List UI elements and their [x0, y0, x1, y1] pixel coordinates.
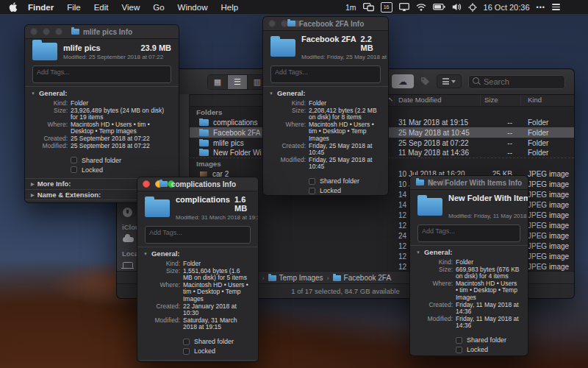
icloud-drive-icon [123, 237, 134, 242]
add-tags-input[interactable] [32, 66, 171, 83]
group-by-dropdown[interactable] [437, 74, 462, 88]
list-view-button[interactable]: ☰ [228, 75, 248, 89]
size-value: 23,926,489 bytes (24 MB on disk) for 19 … [71, 107, 171, 121]
folder-icon [145, 199, 170, 217]
locked-checkbox[interactable] [183, 348, 190, 355]
displays-icon[interactable] [363, 2, 374, 13]
menu-item[interactable]: Help [220, 3, 238, 12]
modified-value: Saturday, 31 March 2018 at 19:15 [183, 317, 251, 331]
add-tags-input[interactable] [145, 226, 251, 244]
item-name: New Folder With Items [448, 194, 528, 202]
path-crumb-facebook-2fa[interactable]: Facebook 2FA [333, 274, 391, 282]
created-value: Friday, 25 May 2018 at 10:45 [309, 143, 381, 157]
close-button[interactable] [143, 180, 150, 188]
disclosure-triangle-icon: ▶ [31, 181, 35, 186]
column-header-date-modified[interactable]: Date Modified [398, 96, 442, 104]
column-header-size[interactable]: Size [484, 96, 498, 104]
battery-icon[interactable] [433, 2, 445, 13]
tag-icon[interactable] [420, 77, 430, 86]
shared-folder-checkbox[interactable] [71, 157, 77, 163]
menu-bar: FinderFileEditViewGoWindowHelp 1m 16 16 … [0, 0, 588, 14]
zoom-button[interactable] [168, 180, 175, 188]
add-tags-input[interactable] [417, 224, 520, 242]
calendar-icon[interactable]: 16 [381, 2, 392, 13]
add-tags-input[interactable] [270, 66, 381, 83]
disclosure-triangle-icon: ▶ [31, 202, 35, 203]
menu-item[interactable]: View [122, 3, 140, 12]
locked-checkbox[interactable] [309, 188, 315, 194]
info-header: complications 1.6 MB Modified: 31 March … [137, 191, 258, 223]
created-value: 22 January 2018 at 10:30 [183, 303, 251, 317]
modified-line: Modified: 25 September 2018 at 07:22 [63, 54, 171, 60]
icon-view-button[interactable]: ▦ [208, 75, 228, 89]
zoom-button[interactable] [55, 28, 62, 35]
item-name: complications [176, 195, 230, 204]
menu-item[interactable]: Window [178, 3, 208, 12]
minimize-button[interactable] [155, 180, 162, 188]
section-more-info[interactable]: ▶More Info: [137, 360, 258, 362]
file-icon [199, 130, 209, 136]
location-crosshair-icon[interactable] [468, 2, 477, 13]
size-value: 669,983 bytes (676 KB on disk) for 4 ite… [456, 266, 520, 280]
info-header: mlife pics 23.9 MB Modified: 25 Septembe… [25, 39, 179, 63]
shared-folder-checkbox[interactable] [456, 337, 462, 344]
general-section-header[interactable]: ▼ General: [263, 86, 388, 99]
size-value: 1,551,604 bytes (1.6 MB on disk) for 5 i… [183, 268, 251, 282]
minimize-button[interactable] [281, 20, 288, 27]
info-title-bar[interactable]: New Folder With Items Info [410, 176, 528, 190]
menu-item[interactable]: File [67, 3, 81, 12]
general-section-header[interactable]: ▼ General: [410, 245, 528, 258]
modified-line: Modified: Friday, 11 May 2018 at 14:36 [448, 213, 520, 219]
status-text: 1m [345, 3, 356, 12]
where-value: Macintosh HD • Users • tim • Desktop • T… [456, 280, 520, 302]
info-title-bar[interactable]: complications Info [137, 177, 258, 191]
share-button[interactable]: ☁ [392, 74, 414, 88]
wifi-icon[interactable] [416, 2, 426, 13]
chevron-down-icon [451, 80, 456, 83]
folder-icon [270, 39, 295, 57]
zoom-button[interactable] [293, 20, 301, 27]
airplay-display-icon[interactable] [399, 2, 409, 13]
modified-value: 25 September 2018 at 07:22 [71, 143, 171, 150]
locked-checkbox[interactable] [71, 166, 77, 173]
apple-menu-icon[interactable] [9, 2, 18, 12]
general-info: Kind:Folder Size:1,551,604 bytes (1.6 MB… [137, 260, 258, 333]
file-icon [199, 119, 209, 126]
folder-icon [333, 275, 341, 281]
info-header: Facebook 2FA 2.2 MB Modified: Friday, 25… [263, 31, 388, 63]
shared-folder-checkbox[interactable] [183, 339, 190, 345]
search-input[interactable] [468, 75, 565, 89]
minimize-button[interactable] [43, 28, 50, 35]
locked-checkbox[interactable] [456, 347, 462, 353]
item-name: mlife pics [63, 43, 101, 52]
menu-item[interactable]: Go [153, 3, 164, 12]
disclosure-triangle-icon: ▼ [269, 91, 273, 96]
close-button[interactable] [268, 20, 276, 27]
window-title: mlife pics Info [83, 28, 132, 36]
general-section-header[interactable]: ▼ General: [137, 247, 258, 260]
minimize-button[interactable] [428, 179, 435, 186]
general-info: Kind:Folder Size:669,983 bytes (676 KB o… [410, 258, 528, 331]
general-section-header[interactable]: ▼ General: [25, 86, 179, 99]
item-name: Facebook 2FA [301, 35, 356, 43]
info-title-bar[interactable]: Facebook 2FA Info [263, 17, 388, 31]
file-icon [199, 140, 209, 146]
notification-center-icon[interactable] [552, 4, 560, 10]
menu-bar-clock[interactable]: 16 Oct 20:36 [484, 3, 530, 12]
close-button[interactable] [415, 179, 423, 186]
path-crumb-temp-images[interactable]: Temp Images [268, 274, 323, 282]
search-icon [473, 77, 479, 84]
shared-folder-checkbox[interactable] [309, 178, 315, 185]
menu-item[interactable]: Edit [94, 3, 109, 12]
zoom-button[interactable] [440, 179, 448, 186]
menu-item[interactable]: Finder [28, 3, 54, 12]
info-title-bar[interactable]: mlife pics Info [25, 25, 179, 39]
where-value: Macintosh HD • Users • tim • Desktop • T… [71, 121, 171, 135]
modified-line: Modified: 31 March 2018 at 19:15 [176, 214, 251, 221]
where-value: Macintosh HD • Users • tim • Desktop • T… [183, 282, 251, 303]
close-button[interactable] [30, 28, 37, 35]
siri-ellipsis-icon[interactable]: ••• [537, 4, 545, 11]
volume-icon[interactable] [452, 2, 462, 13]
file-icon [199, 149, 209, 156]
column-header-kind[interactable]: Kind [528, 96, 542, 104]
